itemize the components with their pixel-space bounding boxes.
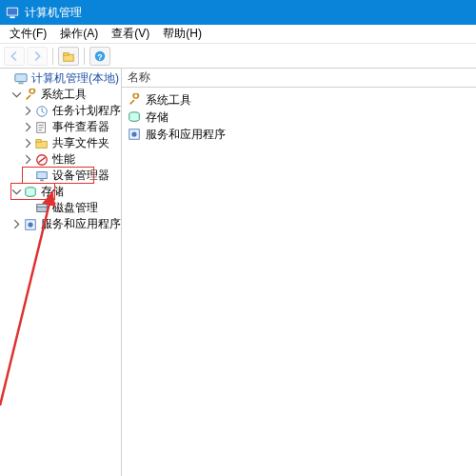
toolbar-back-button[interactable] xyxy=(4,47,25,66)
tree-shared-folders-label: 共享文件夹 xyxy=(50,135,111,151)
tree-pane: 计算机管理(本地) 系统工具 xyxy=(0,69,122,476)
tree-device-manager-label: 设备管理器 xyxy=(50,168,111,184)
svg-rect-8 xyxy=(18,82,23,84)
disk-icon xyxy=(35,202,49,215)
svg-rect-2 xyxy=(10,16,14,18)
twisty-collapsed-icon[interactable] xyxy=(23,138,33,149)
tree-root[interactable]: 计算机管理(本地) xyxy=(0,70,121,87)
tree-task-scheduler[interactable]: 任务计划程序 xyxy=(0,103,121,119)
svg-rect-7 xyxy=(15,73,27,81)
toolbar-help-button[interactable]: ? xyxy=(89,47,110,66)
tree-services-apps-label: 服务和应用程序 xyxy=(39,216,122,232)
menu-view[interactable]: 查看(V) xyxy=(106,25,155,43)
twisty-collapsed-icon[interactable] xyxy=(23,122,33,132)
toolbar-separator xyxy=(84,48,85,65)
svg-rect-18 xyxy=(37,204,48,207)
tools-icon xyxy=(128,93,141,107)
tree-storage[interactable]: 存储 xyxy=(0,184,121,200)
services-icon xyxy=(128,128,141,141)
svg-rect-1 xyxy=(8,9,18,15)
tools-icon xyxy=(24,89,37,102)
twisty-collapsed-icon[interactable] xyxy=(11,219,22,229)
tree-root-label: 计算机管理(本地) xyxy=(30,70,121,87)
tree-shared-folders[interactable]: 共享文件夹 xyxy=(0,135,121,151)
toolbar: ? xyxy=(0,44,476,69)
window-title: 计算机管理 xyxy=(25,5,82,21)
menubar: 文件(F) 操作(A) 查看(V) 帮助(H) xyxy=(0,25,476,44)
app-icon xyxy=(6,6,19,19)
toolbar-up-button[interactable] xyxy=(58,47,79,66)
tree-task-scheduler-label: 任务计划程序 xyxy=(50,103,122,119)
tree-storage-label: 存储 xyxy=(39,184,66,200)
list-pane: 名称 系统工具 存储 服务和应用程序 xyxy=(122,69,476,476)
twisty-collapsed-icon[interactable] xyxy=(23,106,33,116)
tree-event-viewer-label: 事件查看器 xyxy=(50,119,111,135)
list-item-label: 存储 xyxy=(146,109,169,126)
twisty-expanded-icon[interactable] xyxy=(11,187,22,197)
list-item[interactable]: 存储 xyxy=(122,109,476,126)
storage-icon xyxy=(128,110,141,124)
svg-rect-15 xyxy=(40,179,44,181)
tree-performance-label: 性能 xyxy=(50,151,77,168)
services-icon xyxy=(24,218,37,231)
tree-performance[interactable]: 性能 xyxy=(0,151,121,168)
performance-icon xyxy=(35,153,49,167)
list-item[interactable]: 系统工具 xyxy=(122,91,476,109)
svg-point-23 xyxy=(131,131,136,136)
list-item-label: 服务和应用程序 xyxy=(146,127,226,143)
clock-icon xyxy=(35,105,49,118)
twisty-collapsed-icon[interactable] xyxy=(23,154,33,165)
svg-rect-14 xyxy=(37,171,48,178)
tree-system-tools[interactable]: 系统工具 xyxy=(0,87,121,103)
tree-disk-management-label: 磁盘管理 xyxy=(50,200,100,216)
list-item[interactable]: 服务和应用程序 xyxy=(122,126,476,143)
tree-device-manager[interactable]: 设备管理器 xyxy=(0,168,121,184)
tree-services-apps[interactable]: 服务和应用程序 xyxy=(0,216,121,232)
event-icon xyxy=(35,121,49,134)
toolbar-forward-button[interactable] xyxy=(27,47,48,66)
device-manager-icon xyxy=(35,169,49,183)
menu-file[interactable]: 文件(F) xyxy=(4,25,52,43)
tree-event-viewer[interactable]: 事件查看器 xyxy=(0,119,121,135)
list-column-header[interactable]: 名称 xyxy=(122,69,476,88)
menu-action[interactable]: 操作(A) xyxy=(54,25,104,43)
list-body: 系统工具 存储 服务和应用程序 xyxy=(122,88,476,147)
storage-icon xyxy=(24,186,37,199)
tree-system-tools-label: 系统工具 xyxy=(39,87,89,103)
svg-rect-4 xyxy=(64,52,69,55)
folder-icon xyxy=(35,137,49,150)
toolbar-separator xyxy=(52,48,53,65)
computer-icon xyxy=(14,72,28,86)
tree: 计算机管理(本地) 系统工具 xyxy=(0,70,121,232)
window-titlebar: 计算机管理 xyxy=(0,0,476,25)
tree-disk-management[interactable]: 磁盘管理 xyxy=(0,200,121,216)
menu-help[interactable]: 帮助(H) xyxy=(157,25,208,43)
list-item-label: 系统工具 xyxy=(146,92,191,109)
svg-point-20 xyxy=(28,222,32,227)
twisty-expanded-icon[interactable] xyxy=(11,89,22,100)
svg-text:?: ? xyxy=(97,51,102,61)
svg-rect-12 xyxy=(36,139,41,142)
